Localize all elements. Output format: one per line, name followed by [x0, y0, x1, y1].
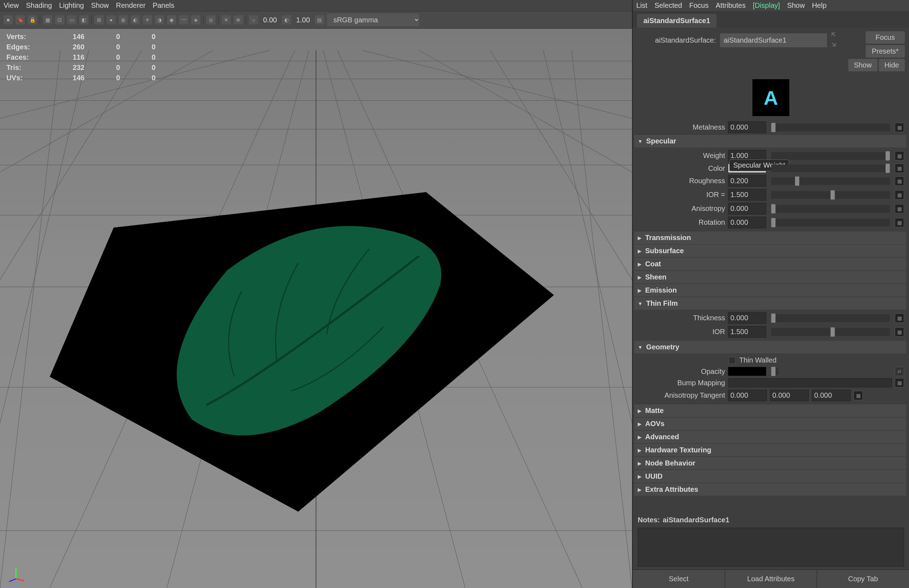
- opacity-slider[interactable]: [771, 367, 778, 375]
- menu-selected[interactable]: Selected: [654, 2, 682, 10]
- tf-thickness-map-icon[interactable]: ▦: [895, 313, 904, 323]
- copy-tab-button[interactable]: Copy Tab: [817, 570, 909, 588]
- aniso-tangent-z-field[interactable]: [812, 389, 851, 401]
- color-space-select[interactable]: sRGB gamma: [327, 13, 419, 26]
- gate-mask-icon[interactable]: ◧: [79, 15, 89, 24]
- ao-icon[interactable]: ◉: [167, 15, 176, 24]
- thin-film-section-header[interactable]: ▼Thin Film: [634, 297, 906, 310]
- notes-textarea[interactable]: [638, 528, 904, 567]
- attr-tab[interactable]: aiStandardSurface1: [637, 14, 717, 28]
- transmission-section-header[interactable]: ▶Transmission: [634, 231, 906, 244]
- motion-blur-icon[interactable]: 〰: [179, 15, 188, 24]
- extra-attributes-section-header[interactable]: ▶Extra Attributes: [634, 483, 906, 496]
- node-behavior-section-header[interactable]: ▶Node Behavior: [634, 457, 906, 469]
- rotation-slider[interactable]: [771, 219, 890, 226]
- go-to-output-icon[interactable]: ⇱: [831, 31, 839, 39]
- ior-slider[interactable]: [771, 191, 890, 199]
- viewport-3d[interactable]: Verts:14600 Edges:26000 Faces:11600 Tris…: [0, 29, 632, 588]
- ior-field[interactable]: [728, 189, 766, 200]
- spec-color-map-icon[interactable]: ▦: [895, 164, 904, 173]
- rotation-map-icon[interactable]: ▦: [895, 218, 904, 227]
- camera-icon[interactable]: ■: [3, 15, 13, 24]
- aniso-tangent-map-icon[interactable]: ▦: [854, 391, 863, 400]
- matte-section-header[interactable]: ▶Matte: [634, 404, 906, 417]
- menu-show[interactable]: Show: [91, 2, 109, 10]
- rotation-field[interactable]: [728, 216, 766, 228]
- uuid-section-header[interactable]: ▶UUID: [634, 470, 906, 483]
- menu-focus[interactable]: Focus: [689, 2, 709, 10]
- bump-map-icon[interactable]: ▦: [895, 378, 904, 388]
- menu-help[interactable]: Help: [812, 2, 827, 10]
- load-attributes-button[interactable]: Load Attributes: [725, 570, 817, 588]
- lock-camera-icon[interactable]: 🔒: [28, 15, 37, 24]
- isolate-select-icon[interactable]: ◎: [206, 15, 216, 24]
- geometry-section-header[interactable]: ▼Geometry: [634, 341, 906, 353]
- roughness-slider[interactable]: [771, 177, 890, 185]
- wireframe-icon[interactable]: ⊞: [94, 15, 104, 24]
- go-to-input-icon[interactable]: ⇲: [831, 41, 839, 49]
- shadows-icon[interactable]: ◑: [155, 15, 164, 24]
- menu-panels[interactable]: Panels: [153, 2, 174, 10]
- metalness-field[interactable]: [728, 121, 766, 133]
- bump-field[interactable]: [728, 378, 892, 388]
- xray-icon[interactable]: ✕: [221, 15, 231, 24]
- film-gate-icon[interactable]: ⊡: [55, 15, 64, 24]
- tf-ior-slider[interactable]: [771, 328, 890, 336]
- focus-button[interactable]: Focus: [866, 31, 905, 44]
- shaded-icon[interactable]: ●: [107, 15, 116, 24]
- spec-weight-map-icon[interactable]: ▦: [895, 151, 904, 160]
- thin-walled-checkbox[interactable]: [729, 357, 736, 364]
- anisotropy-map-icon[interactable]: ▦: [895, 204, 904, 213]
- subsurface-section-header[interactable]: ▶Subsurface: [634, 245, 906, 257]
- wireframe-on-shaded-icon[interactable]: ◍: [119, 15, 128, 24]
- specular-section-header[interactable]: ▼ Specular: [634, 135, 906, 147]
- tf-thickness-slider[interactable]: [771, 314, 890, 322]
- menu-renderer[interactable]: Renderer: [116, 2, 145, 10]
- menu-list[interactable]: List: [636, 2, 647, 10]
- metalness-slider[interactable]: [771, 124, 890, 131]
- aovs-section-header[interactable]: ▶AOVs: [634, 418, 906, 430]
- resolution-gate-icon[interactable]: ▭: [67, 15, 76, 24]
- image-plane-icon[interactable]: ▦: [43, 15, 52, 24]
- xray-joints-icon[interactable]: ⊗: [234, 15, 243, 24]
- bookmark-icon[interactable]: 🔖: [16, 15, 25, 24]
- use-all-lights-icon[interactable]: ☀: [143, 15, 152, 24]
- ior-map-icon[interactable]: ▦: [895, 190, 904, 200]
- gamma-icon[interactable]: ◐: [282, 15, 291, 24]
- exposure-icon[interactable]: ☼: [249, 15, 258, 24]
- opacity-map-connected-icon[interactable]: ⇄: [895, 367, 904, 376]
- textured-icon[interactable]: ◐: [131, 15, 140, 24]
- presets-button[interactable]: Presets*: [866, 45, 905, 58]
- metalness-map-icon[interactable]: ▦: [895, 123, 904, 132]
- spec-weight-slider[interactable]: [771, 152, 890, 160]
- node-name-field[interactable]: [720, 33, 827, 47]
- anisotropy-field[interactable]: [728, 203, 766, 215]
- show-button[interactable]: Show: [848, 59, 877, 71]
- opacity-swatch[interactable]: [728, 367, 766, 376]
- spec-color-slider[interactable]: [771, 165, 890, 172]
- menu-show[interactable]: Show: [787, 2, 805, 10]
- view-transform-icon[interactable]: ▤: [315, 15, 324, 24]
- textured-plane-object[interactable]: [43, 178, 554, 519]
- anisotropy-slider[interactable]: [771, 205, 890, 213]
- tf-thickness-field[interactable]: [728, 312, 766, 324]
- material-swatch[interactable]: A: [752, 79, 790, 116]
- tf-ior-map-icon[interactable]: ▦: [895, 327, 904, 337]
- roughness-map-icon[interactable]: ▦: [895, 176, 904, 186]
- aniso-tangent-y-field[interactable]: [770, 389, 809, 401]
- hardware-texturing-section-header[interactable]: ▶Hardware Texturing: [634, 444, 906, 456]
- select-button[interactable]: Select: [633, 570, 725, 588]
- roughness-field[interactable]: [728, 175, 766, 187]
- menu-shading[interactable]: Shading: [26, 2, 52, 10]
- coat-section-header[interactable]: ▶Coat: [634, 258, 906, 270]
- menu-attributes[interactable]: Attributes: [715, 2, 745, 10]
- menu-view[interactable]: View: [3, 2, 19, 10]
- menu-display[interactable]: [Display]: [753, 2, 780, 10]
- tf-ior-field[interactable]: [728, 326, 766, 338]
- advanced-section-header[interactable]: ▶Advanced: [634, 431, 906, 443]
- aniso-tangent-x-field[interactable]: [728, 389, 767, 401]
- hide-button[interactable]: Hide: [879, 59, 905, 71]
- emission-section-header[interactable]: ▶Emission: [634, 284, 906, 297]
- menu-lighting[interactable]: Lighting: [59, 2, 84, 10]
- anti-alias-icon[interactable]: ◈: [191, 15, 200, 24]
